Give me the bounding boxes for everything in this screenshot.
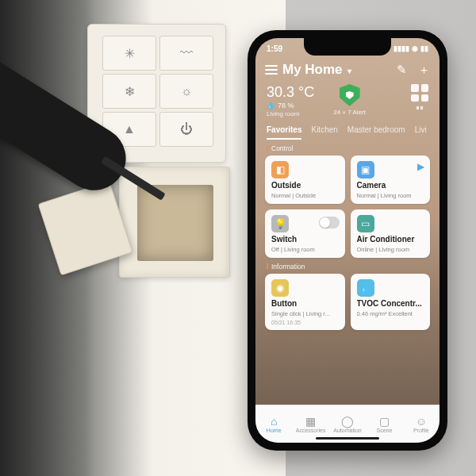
tab-label: Accessories [296, 428, 326, 433]
edit-icon[interactable]: ✎ [395, 63, 408, 76]
security-block[interactable]: 24 × 7 Alert [333, 84, 366, 116]
rooms-block[interactable]: ∎∎ [411, 84, 428, 111]
card-sub: Single click | Living r... [271, 310, 339, 317]
add-icon[interactable]: ＋ [417, 63, 430, 76]
card-air-conditioner[interactable]: ▭ Air Conditioner Online | Living room [351, 209, 431, 258]
profile-icon: ☺ [416, 416, 427, 427]
play-icon[interactable]: ▶ [417, 161, 424, 172]
card-sub: Normal | Outside [271, 192, 339, 199]
signal-icon: ▮▮▮▮ [393, 44, 409, 52]
grid-icon [411, 84, 428, 102]
tab-home[interactable]: ⌂ Home [255, 405, 292, 443]
rooms-label: ∎∎ [416, 104, 424, 111]
scene-icon: ▢ [379, 416, 390, 427]
card-sub: 0.46 mg/m² Excellent [357, 310, 424, 317]
card-title: Button [271, 299, 339, 308]
info-cards: ◉ Button Single click | Living r... 05/2… [255, 274, 440, 330]
status-time: 1:59 [267, 44, 282, 53]
tab-master-bedroom[interactable]: Master bedroom [347, 125, 405, 140]
card-title: TVOC Concentr... [357, 299, 424, 308]
menu-icon[interactable] [265, 65, 278, 75]
weather-location: Living room [267, 110, 314, 117]
card-tvoc[interactable]: 💧 TVOC Concentr... 0.46 mg/m² Excellent [351, 274, 431, 330]
sensor-icon: ◧ [271, 161, 289, 178]
card-title: Switch [271, 235, 339, 244]
tab-label: Home [267, 428, 282, 433]
bulb-icon: 💡 [271, 215, 289, 232]
switch-toggle[interactable] [319, 217, 340, 228]
tab-profile[interactable]: ☺ Profile [403, 405, 440, 443]
security-label: 24 × 7 Alert [333, 109, 366, 116]
app-header: My Home ▾ ✎ ＋ [255, 59, 440, 83]
card-button[interactable]: ◉ Button Single click | Living r... 05/2… [265, 274, 345, 330]
tab-living[interactable]: Livi [415, 125, 427, 140]
card-sub: Online | Living room [357, 246, 424, 253]
app-screen: 1:59 ▮▮▮▮ ◉ ▮▮ My Home ▾ ✎ ＋ [255, 38, 440, 443]
card-sub: Off | Living room [271, 246, 339, 253]
summary-row: 30.3 °C 💧78 % Living room 24 × 7 Alert ∎… [255, 83, 440, 124]
card-time: 05/21 16:35 [271, 320, 339, 325]
ac-icon: ▭ [357, 215, 374, 232]
page-title-text: My Home [282, 62, 343, 77]
accessories-icon: ▦ [305, 416, 316, 427]
tab-label: Profile [413, 428, 429, 433]
room-tabs: Favorites Kitchen Master bedroom Livi [255, 124, 440, 140]
status-bar: 1:59 ▮▮▮▮ ◉ ▮▮ [255, 38, 440, 59]
tab-label: Scene [376, 428, 392, 433]
section-information: Information [255, 258, 440, 274]
battery-icon: ▮▮ [420, 44, 428, 52]
product-photo-scene: ✳〰❄☼▲⏻ 1:59 ▮▮▮▮ ◉ ▮▮ My Home ▾ [0, 0, 476, 476]
chevron-down-icon: ▾ [347, 67, 351, 75]
card-outside[interactable]: ◧ Outside Normal | Outside [265, 155, 345, 204]
automation-icon: ◯ [341, 416, 354, 427]
phone-frame: 1:59 ▮▮▮▮ ◉ ▮▮ My Home ▾ ✎ ＋ [248, 30, 447, 451]
weather-block[interactable]: 30.3 °C 💧78 % Living room [267, 84, 314, 117]
temperature-value: 30.3 °C [267, 84, 314, 101]
tab-kitchen[interactable]: Kitchen [311, 125, 337, 140]
wifi-icon: ◉ [412, 44, 418, 52]
status-right: ▮▮▮▮ ◉ ▮▮ [393, 44, 428, 52]
card-title: Air Conditioner [357, 235, 424, 244]
tab-favorites[interactable]: Favorites [267, 125, 301, 140]
card-title: Outside [271, 181, 339, 190]
button-icon: ◉ [271, 279, 289, 297]
card-switch[interactable]: 💡 Switch Off | Living room [265, 209, 345, 258]
bottom-tabbar: ⌂ Home ▦ Accessories ◯ Automation ▢ Scen… [255, 405, 440, 443]
camera-icon: ▣ [357, 161, 374, 178]
control-cards: ◧ Outside Normal | Outside ▶ ▣ Camera No… [255, 155, 440, 258]
section-control: Control [255, 140, 440, 155]
card-sub: Normal | Living room [357, 192, 424, 199]
card-title: Camera [357, 181, 424, 190]
shield-icon [340, 84, 360, 106]
humidity-value: 💧78 % [267, 102, 314, 109]
card-camera[interactable]: ▶ ▣ Camera Normal | Living room [351, 155, 431, 204]
droplet-icon: 💧 [357, 279, 374, 297]
home-icon: ⌂ [271, 416, 277, 427]
home-indicator[interactable] [316, 437, 379, 440]
page-title[interactable]: My Home ▾ [282, 62, 390, 78]
tab-label: Automation [333, 428, 361, 433]
